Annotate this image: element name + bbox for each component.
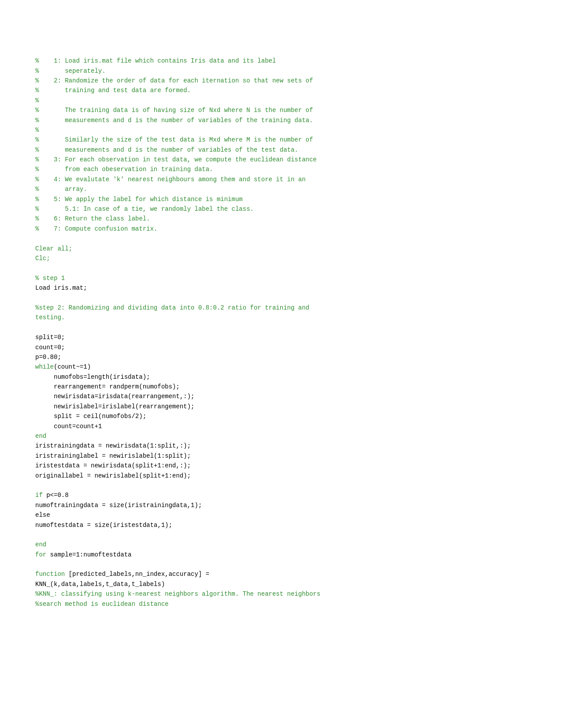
normal-line: newirisdata=irisdata(rearrangement,:); xyxy=(35,392,527,401)
keyword-line: end xyxy=(35,540,527,549)
normal-line: Load iris.mat; xyxy=(35,283,527,293)
if-keyword: if xyxy=(35,492,43,499)
while-keyword: while xyxy=(35,363,54,370)
while-condition: (count~=1) xyxy=(54,363,91,370)
comment-line: % The training data is of having size of… xyxy=(35,105,527,115)
comment-line: testing. xyxy=(35,313,527,322)
comment-line: % 1: Load iris.mat file which contains I… xyxy=(35,56,527,66)
comment-line: % array. xyxy=(35,184,527,194)
normal-line: else xyxy=(35,510,527,520)
normal-line: count=count+1 xyxy=(35,422,527,431)
normal-line: originallabel = newirislabel(split+1:end… xyxy=(35,471,527,481)
normal-line: iristrainingdata = newirisdata(1:split,:… xyxy=(35,441,527,451)
for-line: for sample=1:numoftestdata xyxy=(35,550,527,560)
comment-line: % training and test data are formed. xyxy=(35,86,527,95)
normal-line: count=0; xyxy=(35,343,527,352)
normal-line: split=0; xyxy=(35,332,527,342)
comment-line: % 2: Randomize the order of data for eac… xyxy=(35,76,527,86)
keyword-line: end xyxy=(35,431,527,441)
normal-line: rearrangement= randperm(numofobs); xyxy=(35,382,527,392)
if-line: if p<=0.8 xyxy=(35,490,527,500)
empty-line xyxy=(35,481,527,490)
comment-line: % 7: Compute confusion matrix. xyxy=(35,224,527,234)
while-line: while(count~=1) xyxy=(35,362,527,372)
comment-line: % xyxy=(35,96,527,105)
empty-line xyxy=(35,560,527,569)
comment-line: % 4: We evalutate 'k' nearest neighbours… xyxy=(35,175,527,184)
keyword-line: Clear all; xyxy=(35,244,527,254)
comment-line: % measurements and d is the number of va… xyxy=(35,116,527,125)
normal-line: newirislabel=irislabel(rearrangement); xyxy=(35,402,527,411)
normal-line: iristestdata = newirisdata(split+1:end,:… xyxy=(35,461,527,470)
empty-line xyxy=(35,26,527,36)
normal-line: numoftrainingdata = size(iristrainingdat… xyxy=(35,500,527,510)
function-line: function [predicted_labels,nn_index,accu… xyxy=(35,569,527,579)
normal-line: numofobs=length(irisdata); xyxy=(35,372,527,382)
for-expression: sample=1:numoftestdata xyxy=(46,551,131,558)
keyword-line: Clc; xyxy=(35,254,527,263)
comment-line: %search method is euclidean distance xyxy=(35,599,527,609)
empty-line xyxy=(35,46,527,56)
comment-line: % xyxy=(35,125,527,135)
empty-line xyxy=(35,530,527,540)
empty-line xyxy=(35,263,527,273)
empty-line xyxy=(35,293,527,303)
comment-line: % 5.1: In case of a tie, we randomly lab… xyxy=(35,204,527,214)
function-keyword: function xyxy=(35,571,65,578)
comment-line: % step 1 xyxy=(35,273,527,283)
normal-line: KNN_(k,data,labels,t_data,t_labels) xyxy=(35,579,527,589)
if-condition: p<=0.8 xyxy=(43,492,69,499)
for-keyword: for xyxy=(35,551,46,558)
code-container: % 1: Load iris.mat file which contains I… xyxy=(35,26,527,609)
comment-line: % from each obeservation in training dat… xyxy=(35,164,527,174)
comment-line: % 3: For each observation in test data, … xyxy=(35,155,527,164)
comment-line: % measurements and d is the number of va… xyxy=(35,145,527,155)
comment-line: % 6: Return the class label. xyxy=(35,214,527,224)
comment-line: % Similarly the size of the test data is… xyxy=(35,135,527,145)
empty-line xyxy=(35,234,527,243)
comment-line: % seperately. xyxy=(35,66,527,76)
comment-line: % 5: We apply the label for which distan… xyxy=(35,194,527,204)
normal-line: split = ceil(numofobs/2); xyxy=(35,411,527,421)
normal-line: numoftestdata = size(iristestdata,1); xyxy=(35,520,527,530)
normal-line: p=0.80; xyxy=(35,352,527,362)
empty-line xyxy=(35,36,527,46)
comment-line: %KNN_: classifying using k-nearest neigh… xyxy=(35,589,527,599)
empty-line xyxy=(35,323,527,332)
comment-line: %step 2: Randomizing and dividing data i… xyxy=(35,303,527,313)
normal-line: iristraininglabel = newirislabel(1:split… xyxy=(35,451,527,461)
function-signature: [predicted_labels,nn_index,accuracy] = xyxy=(65,571,209,578)
